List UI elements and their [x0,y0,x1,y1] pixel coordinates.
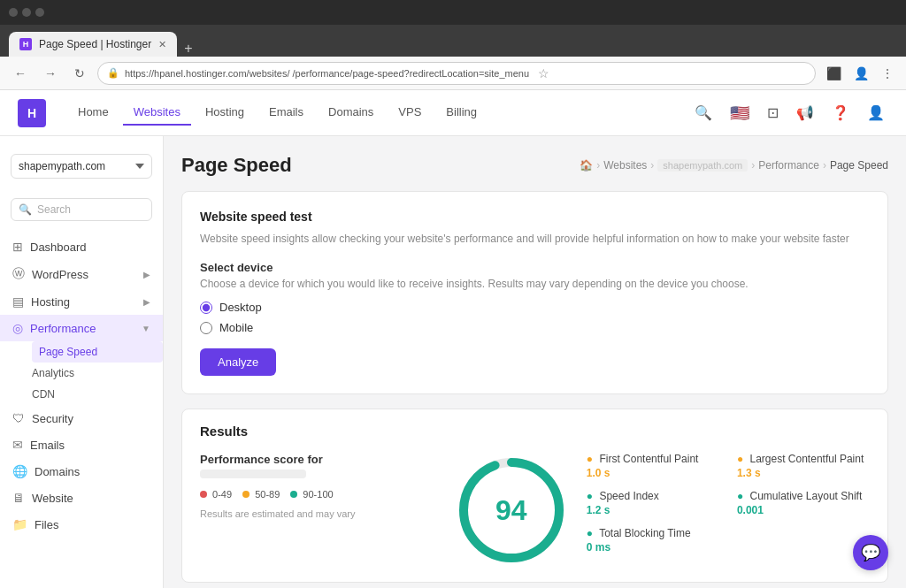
site-selector[interactable]: shapemypath.com [0,147,163,186]
nav-emails[interactable]: Emails [258,100,314,126]
legend-red: 0-49 [200,489,232,500]
score-note: Results are estimated and may vary [200,508,436,519]
metric-lcp-value: 1.3 s [737,467,870,479]
nav-websites[interactable]: Websites [123,100,191,126]
nav-vps[interactable]: VPS [388,100,432,126]
metric-tbt: ● Total Blocking Time 0 ms [587,527,719,554]
account-button[interactable]: 👤 [864,101,888,125]
search-button[interactable]: 🔍 [691,101,716,125]
extensions-button[interactable]: ⬛ [823,63,845,84]
radio-desktop-input[interactable] [200,302,212,314]
sidebar-item-files[interactable]: 📁 Files [0,511,163,538]
nav-billing[interactable]: Billing [435,100,488,126]
radio-mobile-label: Mobile [219,321,253,334]
search-input-wrap[interactable]: 🔍 [11,198,152,221]
sidebar-item-wordpress[interactable]: ⓦ WordPress ▶ [0,260,163,288]
sidebar-item-website[interactable]: 🖥 Website [0,485,163,511]
manage-button[interactable]: ⊡ [764,101,782,125]
url-text: https://hpanel.hostinger.com/websites/ /… [125,68,529,79]
sidebar-item-hosting[interactable]: ▤ Hosting ▶ [0,288,163,315]
help-button[interactable]: ❓ [828,101,853,125]
sidebar-item-label-files: Files [35,518,58,531]
legend-yellow-dot [242,491,250,498]
radio-mobile-input[interactable] [200,322,212,334]
metric-lcp-name: ● Largest Contentful Paint [737,453,870,465]
browser-tabs: H Page Speed | Hostinger ✕ + [0,25,906,57]
site-dropdown[interactable]: shapemypath.com [11,154,152,179]
tab-favicon: H [19,38,32,50]
speed-test-title: Website speed test [200,210,870,224]
metric-fcp-name: ● First Contentful Paint [587,453,719,465]
chat-bubble-button[interactable]: 💬 [853,535,888,570]
profile-button[interactable]: 👤 [850,63,872,84]
page-title: Page Speed [181,154,292,177]
top-nav: H Home Websites Hosting Emails Domains V… [0,90,906,136]
website-icon: 🖥 [12,491,25,505]
menu-button[interactable]: ⋮ [878,63,897,84]
forward-button[interactable]: → [39,63,62,84]
sidebar-sub-analytics[interactable]: Analytics [32,363,163,384]
tab-close-button[interactable]: ✕ [158,39,166,50]
sidebar: shapemypath.com 🔍 ⊞ Dashboard ⓦ WordPres… [0,136,164,588]
metric-tbt-dot: ● [587,527,593,539]
metric-cls-dot: ● [737,490,743,502]
sidebar-item-dashboard[interactable]: ⊞ Dashboard [0,233,163,260]
back-button[interactable]: ← [9,63,32,84]
nav-home[interactable]: Home [67,100,119,126]
breadcrumb-performance[interactable]: Performance [758,159,819,172]
nav-domains[interactable]: Domains [318,100,384,126]
bookmark-icon[interactable]: ☆ [538,66,549,80]
score-domain [200,470,306,478]
sidebar-item-label-dashboard: Dashboard [30,241,87,254]
new-tab-button[interactable]: + [177,41,199,57]
sidebar-sub-cdn[interactable]: CDN [32,384,163,405]
speed-test-desc: Website speed insights allow checking yo… [200,231,870,247]
hosting-icon: ▤ [12,294,24,309]
breadcrumb-websites[interactable]: Websites [603,159,647,172]
metric-tbt-name: ● Total Blocking Time [587,527,719,539]
results-title: Results [182,409,887,439]
notifications-button[interactable]: 📢 [793,101,818,125]
sidebar-item-label-security: Security [32,412,73,425]
sidebar-item-label-website: Website [32,492,73,505]
search-input[interactable] [37,203,144,216]
search-icon: 🔍 [19,203,32,216]
select-device-sub: Choose a device for which you would like… [200,278,870,290]
analyze-button[interactable]: Analyze [200,348,276,376]
nav-hosting[interactable]: Hosting [195,100,255,126]
browser-tab[interactable]: H Page Speed | Hostinger ✕ [9,32,177,57]
device-radio-group: Desktop Mobile [200,301,870,334]
results-card: Results Performance score for 0-49 50-89 [181,409,888,583]
radio-desktop[interactable]: Desktop [200,301,870,314]
sidebar-item-label-wordpress: WordPress [32,268,88,281]
nav-right: 🔍 🇺🇸 ⊡ 📢 ❓ 👤 [691,100,888,126]
main-layout: shapemypath.com 🔍 ⊞ Dashboard ⓦ WordPres… [0,136,906,588]
sidebar-item-security[interactable]: 🛡 Security [0,405,163,431]
browser-toolbar: ← → ↻ 🔒 https://hpanel.hostinger.com/web… [0,57,906,90]
sidebar-sub-page-speed[interactable]: Page Speed [32,341,163,363]
wordpress-expand-icon: ▶ [143,270,150,279]
metric-tbt-value: 0 ms [587,541,719,554]
browser-chrome [0,0,906,25]
breadcrumb-domain: shapemypath.com [657,159,748,172]
lock-icon: 🔒 [107,67,119,79]
hostinger-logo[interactable]: H [18,99,46,127]
metrics-section: ● First Contentful Paint 1.0 s ● Largest… [587,453,870,568]
address-bar[interactable]: 🔒 https://hpanel.hostinger.com/websites/… [97,62,816,85]
breadcrumb-current: Page Speed [830,159,888,172]
sidebar-item-domains[interactable]: 🌐 Domains [0,458,163,485]
sidebar-item-emails[interactable]: ✉ Emails [0,431,163,458]
score-section: Performance score for 0-49 50-89 [200,453,436,568]
reload-button[interactable]: ↻ [69,63,90,84]
donut-score: 94 [495,494,527,527]
language-button[interactable]: 🇺🇸 [726,100,753,126]
sidebar-item-performance[interactable]: ◎ Performance ▼ [0,315,163,341]
score-legend: 0-49 50-89 90-100 [200,489,436,500]
legend-green: 90-100 [290,489,333,500]
performance-expand-icon: ▼ [142,324,150,333]
radio-desktop-label: Desktop [219,301,262,314]
metric-si: ● Speed Index 1.2 s [587,490,719,516]
radio-mobile[interactable]: Mobile [200,321,870,334]
browser-toolbar-icons: ⬛ 👤 ⋮ [823,63,897,84]
sidebar-sub-performance: Page Speed Analytics CDN [0,341,163,405]
